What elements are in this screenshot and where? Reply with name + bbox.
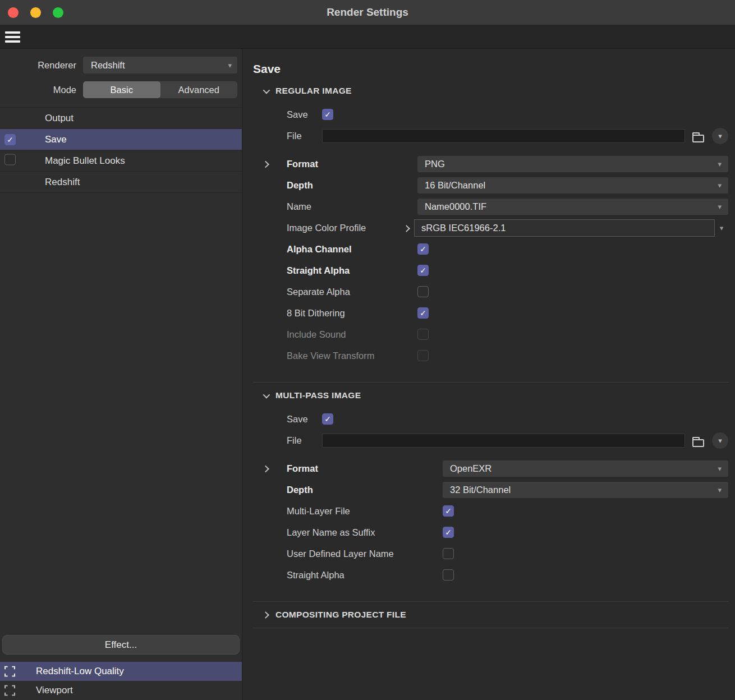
bake-view-transform-label: Bake View Transform bbox=[287, 351, 417, 361]
mode-basic-button[interactable]: Basic bbox=[83, 81, 160, 98]
format-expand-chevron-icon[interactable] bbox=[263, 159, 268, 169]
format-expand-chevron-icon[interactable] bbox=[263, 463, 268, 474]
include-sound-checkbox bbox=[417, 329, 429, 340]
folder-icon bbox=[692, 439, 704, 447]
regular-image-header[interactable]: REGULAR IMAGE bbox=[253, 78, 728, 104]
file-options-button[interactable]: ▾ bbox=[712, 432, 728, 449]
profile-expand-chevron-icon[interactable] bbox=[404, 223, 409, 233]
folder-browse-button[interactable] bbox=[690, 434, 706, 447]
profile-dropdown-arrow-icon[interactable]: ▾ bbox=[715, 224, 728, 232]
alpha-channel-checkbox[interactable] bbox=[417, 243, 429, 255]
multipass-file-input[interactable] bbox=[322, 434, 685, 448]
sidebar-spacer bbox=[0, 193, 242, 635]
sidebar-item-label: Save bbox=[45, 134, 67, 145]
bake-view-transform-checkbox bbox=[417, 350, 429, 361]
file-options-button[interactable]: ▾ bbox=[712, 128, 728, 144]
folder-icon bbox=[692, 135, 704, 142]
regular-name-dropdown[interactable]: Name0000.TIF ▾ bbox=[417, 199, 728, 215]
regular-save-checkbox[interactable] bbox=[322, 109, 333, 120]
multipass-straight-alpha-checkbox[interactable] bbox=[443, 569, 454, 581]
save-label: Save bbox=[287, 109, 322, 120]
close-icon[interactable] bbox=[8, 7, 19, 18]
magic-bullet-checkbox[interactable] bbox=[4, 154, 16, 165]
minimize-icon[interactable] bbox=[30, 7, 41, 18]
maximize-icon[interactable] bbox=[53, 7, 63, 18]
mode-advanced-button[interactable]: Advanced bbox=[160, 81, 238, 98]
sidebar-item-label: Output bbox=[45, 113, 74, 124]
viewport-icon bbox=[4, 685, 15, 696]
include-sound-label: Include Sound bbox=[287, 329, 417, 340]
sidebar-item-label: Magic Bullet Looks bbox=[45, 155, 125, 167]
image-color-profile-row: Image Color Profile sRGB IEC61966-2.1 ▾ bbox=[253, 217, 728, 238]
multipass-straight-alpha-row: Straight Alpha bbox=[253, 564, 728, 586]
hamburger-menu-icon[interactable] bbox=[5, 31, 20, 43]
renderer-dropdown[interactable]: Redshift ▾ bbox=[83, 57, 237, 73]
menubar bbox=[0, 25, 735, 49]
alpha-channel-label: Alpha Channel bbox=[287, 244, 417, 255]
regular-format-dropdown[interactable]: PNG ▾ bbox=[417, 156, 728, 172]
straight-alpha-checkbox[interactable] bbox=[417, 265, 429, 276]
sidebar-item-redshift[interactable]: Redshift bbox=[0, 172, 242, 193]
layer-name-suffix-row: Layer Name as Suffix bbox=[253, 522, 728, 543]
chevron-right-icon bbox=[262, 611, 269, 619]
straight-alpha-label: Straight Alpha bbox=[287, 570, 443, 581]
multipass-save-checkbox[interactable] bbox=[322, 413, 333, 425]
section-compositing-project-file: COMPOSITING PROJECT FILE bbox=[253, 601, 728, 628]
chevron-down-icon: ▾ bbox=[718, 182, 722, 189]
multipass-depth-row: Depth 32 Bit/Channel ▾ bbox=[253, 479, 728, 500]
page-title: Save bbox=[253, 62, 728, 76]
image-color-profile-label: Image Color Profile bbox=[287, 223, 403, 233]
chevron-down-icon bbox=[263, 391, 270, 398]
section-multi-pass-image: MULTI-PASS IMAGE Save File ▾ Format Open… bbox=[253, 382, 728, 586]
multipass-format-row: Format OpenEXR ▾ bbox=[253, 458, 728, 479]
image-color-profile-value[interactable]: sRGB IEC61966-2.1 bbox=[414, 219, 715, 237]
straight-alpha-label: Straight Alpha bbox=[287, 265, 417, 276]
chevron-down-icon: ▾ bbox=[718, 465, 722, 472]
renderer-row: Renderer Redshift ▾ bbox=[0, 57, 242, 73]
sidebar: Renderer Redshift ▾ Mode Basic Advanced … bbox=[0, 49, 242, 700]
window-title: Render Settings bbox=[327, 6, 408, 19]
mode-row: Mode Basic Advanced bbox=[0, 81, 242, 98]
straight-alpha-row: Straight Alpha bbox=[253, 260, 728, 281]
format-label: Format bbox=[287, 463, 443, 474]
chevron-down-icon: ▾ bbox=[718, 160, 722, 168]
save-label: Save bbox=[287, 414, 322, 425]
regular-name-row: Name Name0000.TIF ▾ bbox=[253, 196, 728, 217]
mode-segmented-control: Basic Advanced bbox=[83, 81, 237, 98]
settings-list: Output Save Magic Bullet Looks Redshift bbox=[0, 107, 242, 193]
sidebar-item-magic-bullet-looks[interactable]: Magic Bullet Looks bbox=[0, 150, 242, 172]
multipass-save-row: Save bbox=[253, 408, 728, 430]
save-item-checkbox[interactable] bbox=[4, 134, 16, 145]
content: Renderer Redshift ▾ Mode Basic Advanced … bbox=[0, 49, 735, 700]
user-defined-layer-name-label: User Defined Layer Name bbox=[287, 549, 443, 559]
effect-button[interactable]: Effect... bbox=[2, 635, 240, 655]
user-defined-layer-name-checkbox[interactable] bbox=[443, 548, 454, 559]
regular-file-input[interactable] bbox=[322, 129, 685, 143]
multi-pass-image-header[interactable]: MULTI-PASS IMAGE bbox=[253, 383, 728, 408]
multi-layer-file-checkbox[interactable] bbox=[443, 505, 454, 517]
folder-browse-button[interactable] bbox=[690, 129, 706, 142]
mode-label: Mode bbox=[0, 85, 83, 95]
separate-alpha-checkbox[interactable] bbox=[417, 286, 429, 297]
layer-name-suffix-checkbox[interactable] bbox=[443, 527, 454, 538]
chevron-down-icon: ▾ bbox=[718, 203, 722, 210]
section-regular-image: REGULAR IMAGE Save File ▾ Format PNG ▾ bbox=[253, 78, 728, 366]
renderer-value: Redshift bbox=[91, 60, 125, 71]
sidebar-item-save[interactable]: Save bbox=[0, 129, 242, 150]
multipass-format-dropdown[interactable]: OpenEXR ▾ bbox=[443, 460, 728, 477]
render-setting-redshift-low-quality[interactable]: Redshift-Low Quality bbox=[0, 662, 242, 681]
regular-save-row: Save bbox=[253, 104, 728, 125]
sidebar-item-label: Redshift bbox=[45, 177, 80, 188]
chevron-down-icon: ▾ bbox=[718, 486, 722, 494]
dithering-checkbox[interactable] bbox=[417, 307, 429, 319]
compositing-project-file-header[interactable]: COMPOSITING PROJECT FILE bbox=[253, 602, 728, 628]
regular-depth-row: Depth 16 Bit/Channel ▾ bbox=[253, 174, 728, 196]
render-setting-viewport[interactable]: Viewport bbox=[0, 681, 242, 700]
format-label: Format bbox=[287, 159, 417, 169]
regular-depth-dropdown[interactable]: 16 Bit/Channel ▾ bbox=[417, 177, 728, 194]
sidebar-item-output[interactable]: Output bbox=[0, 108, 242, 129]
file-label: File bbox=[287, 131, 322, 141]
section-title: REGULAR IMAGE bbox=[275, 86, 352, 96]
multipass-depth-dropdown[interactable]: 32 Bit/Channel ▾ bbox=[443, 482, 728, 498]
render-target-icon bbox=[4, 666, 15, 677]
